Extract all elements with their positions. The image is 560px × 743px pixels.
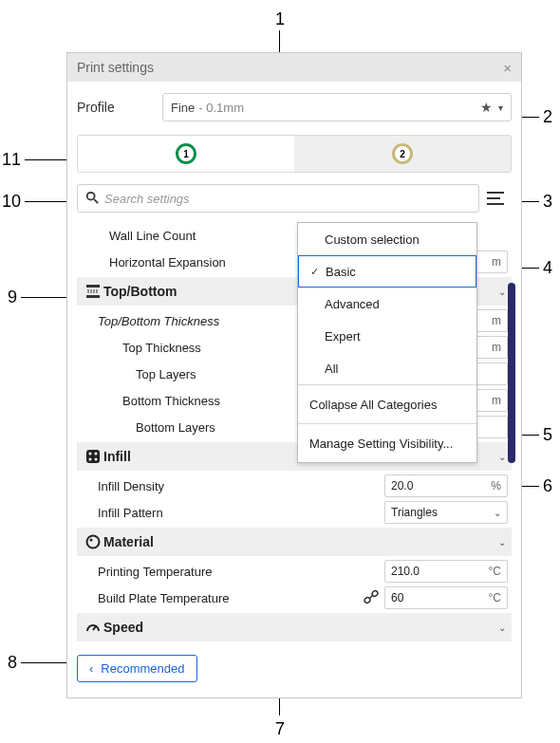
link-icon[interactable]	[364, 589, 379, 607]
panel-header: Print settings ×	[67, 53, 521, 82]
chevron-left-icon: ‹	[89, 661, 93, 676]
callout-9: 9	[8, 288, 17, 307]
svg-line-20	[93, 626, 96, 630]
callout-3: 3	[543, 192, 552, 212]
profile-dropdown[interactable]: Fine - 0.1mm ★ ▾	[162, 93, 512, 121]
svg-rect-5	[86, 285, 100, 288]
visibility-menu-button[interactable]	[479, 184, 512, 213]
value-input[interactable]: 60 °C	[384, 586, 508, 609]
callout-1: 1	[275, 9, 285, 29]
category-speed[interactable]: Speed ⌄	[77, 613, 512, 641]
callout-4: 4	[543, 258, 552, 278]
star-icon[interactable]: ★	[480, 100, 493, 115]
close-button[interactable]: ×	[503, 60, 512, 76]
callout-10: 10	[2, 192, 21, 212]
svg-rect-6	[86, 295, 100, 298]
value-input[interactable]: 20.0 %	[384, 474, 508, 497]
chevron-down-icon: ⌄	[498, 537, 506, 548]
speed-icon	[83, 620, 103, 635]
chevron-down-icon: ⌄	[498, 622, 506, 633]
callout-2: 2	[543, 107, 552, 127]
svg-point-14	[89, 458, 92, 461]
category-label: Material	[103, 534, 498, 549]
profile-label: Profile	[77, 100, 162, 115]
svg-rect-11	[86, 450, 100, 463]
menu-item-collapse[interactable]: Collapse All Categories	[298, 385, 476, 423]
menu-item-custom[interactable]: Custom selection	[298, 223, 476, 255]
visibility-menu: Custom selection ✓Basic Advanced Expert …	[297, 222, 477, 463]
svg-point-15	[95, 458, 98, 461]
menu-item-basic[interactable]: ✓Basic	[298, 255, 476, 288]
menu-item-manage-visibility[interactable]: Manage Setting Visibility...	[298, 424, 476, 462]
top-bottom-icon	[83, 284, 103, 299]
callout-5: 5	[543, 425, 552, 445]
setting-label: Printing Temperature	[81, 565, 384, 579]
extruder-1-icon: 1	[176, 143, 196, 164]
svg-point-12	[89, 453, 92, 455]
chevron-down-icon: ⌄	[498, 452, 506, 462]
category-material[interactable]: Material ⌄	[77, 528, 512, 556]
svg-point-16	[87, 536, 100, 548]
profile-detail: - 0.1mm	[198, 101, 244, 115]
setting-label: Build Plate Temperature	[81, 591, 364, 605]
setting-label: Infill Density	[81, 479, 384, 493]
profile-name: Fine	[171, 101, 195, 115]
recommended-button[interactable]: ‹ Recommended	[77, 655, 197, 682]
menu-item-advanced[interactable]: Advanced	[298, 288, 476, 320]
search-placeholder: Search settings	[104, 192, 190, 206]
material-icon	[83, 534, 103, 549]
svg-point-13	[95, 453, 98, 455]
menu-item-all[interactable]: All	[298, 352, 476, 384]
extruder-tab-2[interactable]: 2	[294, 136, 511, 172]
callout-7: 7	[275, 719, 285, 739]
extruder-tab-1[interactable]: 1	[78, 136, 294, 172]
category-label: Speed	[103, 620, 498, 635]
print-settings-panel: Print settings × Profile Fine - 0.1mm ★ …	[66, 52, 522, 698]
callout-6: 6	[543, 476, 552, 496]
search-input[interactable]: Search settings	[77, 184, 479, 213]
scrollbar[interactable]	[508, 283, 515, 463]
svg-line-1	[94, 199, 98, 203]
svg-point-0	[87, 192, 95, 199]
infill-icon	[83, 449, 103, 464]
setting-label: Infill Pattern	[81, 506, 384, 520]
value-dropdown[interactable]: Triangles ⌄	[384, 501, 508, 524]
value-input[interactable]: 210.0 °C	[384, 560, 508, 583]
callout-11: 11	[2, 150, 21, 170]
panel-title: Print settings	[77, 60, 503, 75]
chevron-down-icon: ▾	[498, 102, 503, 113]
menu-item-expert[interactable]: Expert	[298, 320, 476, 352]
callout-8: 8	[8, 653, 17, 673]
extruder-tabs: 1 2	[77, 135, 512, 173]
settings-list: Wall Line Count Horizontal Expansion m T…	[77, 222, 512, 641]
svg-point-17	[90, 539, 93, 542]
chevron-down-icon: ⌄	[498, 287, 506, 297]
search-icon	[85, 191, 99, 207]
extruder-2-icon: 2	[392, 143, 413, 164]
